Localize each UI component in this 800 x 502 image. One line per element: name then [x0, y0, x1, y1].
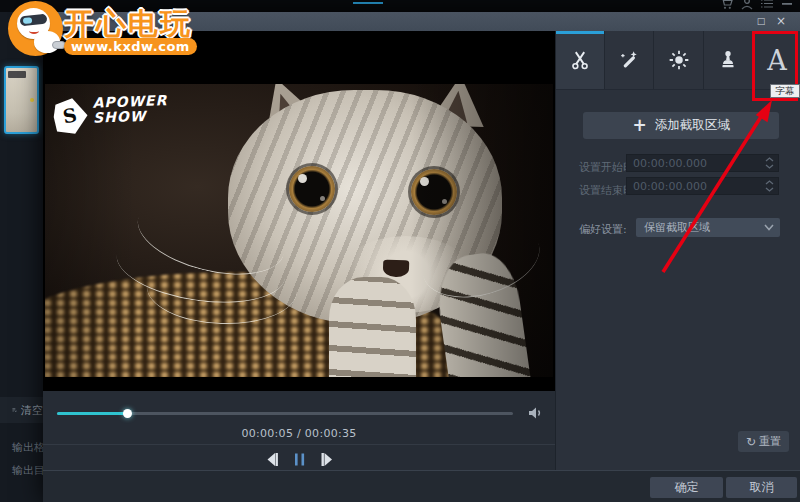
kxdw-watermark: 开心电玩 www.kxdw.com [0, 0, 205, 58]
maximize-button[interactable]: □ [754, 15, 768, 28]
clear-list-label: 清空 [21, 403, 43, 418]
seek-handle[interactable] [123, 409, 132, 418]
plus-icon: + [632, 117, 646, 134]
edit-video-dialog: □ × S [43, 12, 800, 502]
start-time-input[interactable] [626, 154, 779, 172]
background-titlebar-icons [720, 0, 800, 10]
seek-bar[interactable] [57, 412, 513, 415]
preference-value: 保留截取区域 [644, 221, 710, 234]
tool-tabs: A [556, 31, 800, 90]
start-time-spinner[interactable] [761, 154, 777, 172]
reset-icon: ↻ [746, 435, 756, 449]
confirm-button[interactable]: 确定 [650, 477, 723, 498]
seek-bar-fill [57, 412, 128, 415]
tab-crop[interactable] [556, 31, 605, 89]
menu-list-icon[interactable] [761, 0, 773, 10]
preference-label: 偏好设置: [579, 222, 627, 237]
dialog-footer: 确定 取消 [43, 470, 800, 502]
reset-label: 重置 [759, 434, 781, 449]
previous-frame-button[interactable] [264, 452, 280, 467]
clear-list-icon [12, 404, 17, 416]
video-list-thumbnail[interactable] [4, 66, 39, 134]
volume-icon[interactable] [526, 404, 544, 422]
user-icon[interactable] [741, 0, 753, 10]
magic-wand-icon [619, 50, 639, 70]
add-crop-region-button[interactable]: + 添加截取区域 [583, 112, 779, 139]
tool-panel: A + 添加截取区域 设置开始时间: 设置结束时间: 偏好设置: 保留截取区域 [555, 31, 800, 470]
tab-subtitle[interactable]: A [753, 31, 800, 89]
scissors-icon [570, 50, 590, 70]
end-time-spinner[interactable] [761, 177, 777, 195]
stamp-icon [718, 50, 738, 70]
cart-icon[interactable] [720, 0, 733, 10]
mascot-icon [8, 1, 63, 56]
screen: 清空 输出格式: 输出目录: □ × [0, 0, 800, 502]
minimize-icon[interactable] [781, 0, 793, 10]
watermark-line2: Show [93, 108, 168, 126]
clear-list-button[interactable]: 清空 [0, 397, 43, 423]
pause-button[interactable] [292, 452, 308, 467]
thumbnail-watermark [8, 71, 26, 78]
reset-button[interactable]: ↻ 重置 [738, 431, 789, 452]
letter-a-icon: A [767, 47, 787, 74]
tab-adjust[interactable] [654, 31, 703, 89]
player-controls: 00:00:05 / 00:00:35 [43, 391, 555, 470]
apowershow-watermark: S Apower Show [52, 90, 174, 142]
time-display: 00:00:05 / 00:00:35 [43, 427, 555, 440]
end-time-input[interactable] [626, 177, 779, 195]
player-separator [43, 444, 555, 445]
chevron-down-icon [764, 224, 774, 231]
video-preview: S Apower Show [43, 31, 555, 391]
thumbnail-dot [30, 98, 34, 102]
add-crop-region-label: 添加截取区域 [655, 117, 730, 134]
tab-effects[interactable] [605, 31, 654, 89]
brand-site: www.kxdw.com [64, 38, 197, 55]
cat-photo: S Apower Show [45, 84, 553, 377]
apowershow-logo-icon: S [52, 97, 89, 136]
subtitle-tooltip: 字幕 [770, 84, 800, 98]
cancel-button[interactable]: 取消 [726, 477, 797, 498]
preference-dropdown[interactable]: 保留截取区域 [636, 218, 780, 237]
tab-watermark[interactable] [704, 31, 753, 89]
background-tab-indicator [353, 2, 383, 4]
next-frame-button[interactable] [319, 452, 335, 467]
brightness-icon [668, 49, 690, 71]
close-button[interactable]: × [774, 15, 788, 28]
